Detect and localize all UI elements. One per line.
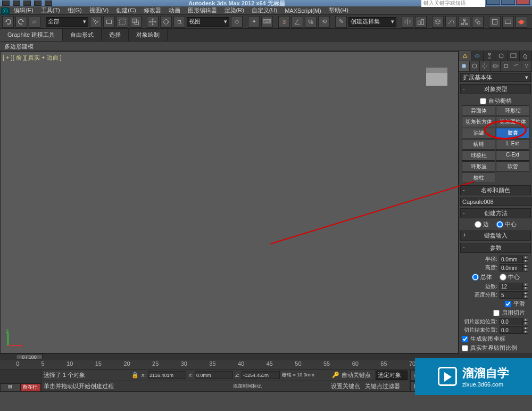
autogrid-checkbox[interactable] [480, 98, 486, 104]
hseg-spinner[interactable] [500, 291, 523, 299]
keyfilter-button[interactable]: 关键点过滤器 [365, 382, 408, 390]
menu-edit[interactable]: 编辑(E) [11, 6, 37, 14]
rollout-creation-method[interactable]: -创建方法 [460, 208, 531, 218]
radio-center[interactable]: 中心 [496, 220, 517, 228]
setkey-button[interactable]: 设置关键点 [331, 382, 363, 390]
angle-snap-button[interactable] [292, 16, 303, 28]
spinner-snap-button[interactable]: ⟲ [318, 16, 330, 28]
select-region-button[interactable] [117, 16, 128, 28]
render-setup-button[interactable] [489, 16, 501, 28]
render-button[interactable]: 🫖 [516, 16, 527, 28]
tab-utilities[interactable] [520, 51, 532, 61]
app-logo-icon[interactable]: ⓒ [1, 7, 10, 15]
cat-geometry[interactable] [459, 61, 470, 71]
radio-edge[interactable]: 边 [475, 220, 489, 228]
keymode-button[interactable]: ⌨ [261, 16, 273, 28]
qat-btn[interactable] [34, 1, 41, 6]
menu-rendering[interactable]: 渲染(R) [221, 6, 247, 14]
render-frame-button[interactable] [502, 16, 514, 28]
radio-overall[interactable]: 总体 [472, 273, 492, 281]
cat-systems[interactable] [521, 61, 532, 71]
mirror-button[interactable] [402, 16, 413, 28]
cat-helpers[interactable] [501, 61, 511, 71]
genmap-checkbox[interactable] [462, 336, 468, 342]
cat-shapes[interactable] [470, 61, 480, 71]
qat-btn[interactable] [2, 1, 10, 6]
redo-button[interactable] [15, 16, 27, 28]
select-button[interactable] [90, 16, 102, 28]
trackbar-toggle[interactable]: ⊞ [0, 383, 21, 392]
menu-create[interactable]: 创建(C) [113, 6, 139, 14]
time-slider-knob[interactable]: 0 / 100 [16, 354, 43, 359]
realworld-checkbox[interactable] [462, 345, 468, 351]
tab-modify[interactable] [471, 51, 484, 61]
selset-status[interactable]: 选定对象 [376, 371, 408, 380]
qat-btn[interactable] [23, 1, 31, 6]
menu-group[interactable]: 组(G) [64, 6, 85, 14]
ribbon-tab-selection[interactable]: 选择 [102, 29, 129, 41]
rollout-name-color[interactable]: -名称和颜色 [460, 185, 531, 195]
ribbon-tab-freeform[interactable]: 自由形式 [63, 29, 102, 41]
help-search[interactable]: 键入关键字或短语 [421, 0, 485, 7]
align-button[interactable] [415, 16, 427, 28]
obj-lext[interactable]: L-Ext [496, 139, 529, 150]
close-button[interactable] [516, 0, 530, 5]
window-crossing-button[interactable] [130, 16, 142, 28]
obj-ringwave[interactable]: 环形波 [462, 161, 495, 172]
obj-cext[interactable]: C-Ext [496, 150, 529, 161]
menu-maxscript[interactable]: MAXScript(M) [281, 7, 324, 14]
obj-gengon[interactable]: 球棱柱 [462, 150, 495, 161]
slicefrom-spinner[interactable] [500, 318, 523, 325]
refcoord-dropdown[interactable]: 视图▾ [187, 17, 229, 27]
obj-torusknot[interactable]: 环形结 [496, 105, 529, 116]
now-line-button[interactable]: 所在行: [21, 383, 41, 392]
autokey-button[interactable]: 自动关键点 [342, 371, 373, 379]
viewcube[interactable] [426, 68, 447, 86]
qat-btn[interactable] [45, 1, 52, 6]
cat-cameras[interactable] [491, 61, 501, 71]
snap-button[interactable]: 3 [278, 16, 290, 28]
cat-lights[interactable] [480, 61, 491, 71]
menu-grapheditors[interactable]: 图形编辑器 [185, 6, 220, 14]
smooth-checkbox[interactable] [505, 301, 511, 307]
maximize-button[interactable] [501, 0, 515, 5]
coord-z[interactable] [242, 371, 280, 379]
ribbon-tab-paint[interactable]: 对象绘制 [129, 29, 168, 41]
obj-prism[interactable]: 棱柱 [462, 172, 495, 183]
named-selection-dropdown[interactable]: 创建选择集▾ [348, 17, 396, 27]
link-button[interactable] [29, 16, 40, 28]
sides-spinner[interactable] [500, 283, 523, 290]
pivot-button[interactable]: ◇ [231, 16, 243, 28]
mini-trackbar[interactable] [0, 370, 41, 383]
selection-filter[interactable]: 全部▾ [46, 17, 88, 27]
menu-animation[interactable]: 动画 [165, 6, 184, 14]
rollout-parameters[interactable]: -参数 [460, 243, 531, 253]
rollout-object-type[interactable]: -对象类型 [460, 84, 531, 94]
tab-motion[interactable] [495, 51, 508, 61]
radio-centers[interactable]: 中心 [500, 273, 520, 281]
coord-x[interactable] [148, 371, 186, 379]
sliceon-checkbox[interactable] [493, 310, 500, 316]
scale-button[interactable] [173, 16, 185, 28]
menu-customize[interactable]: 自定义(U) [248, 6, 280, 14]
coord-y[interactable] [195, 371, 233, 379]
menu-view[interactable]: 视图(V) [86, 6, 112, 14]
viewport-label[interactable]: [ + ][ 前 ][ 真实 + 边面 ] [3, 54, 62, 62]
material-editor-button[interactable] [472, 16, 484, 28]
qat-btn[interactable] [13, 1, 20, 6]
obj-hose[interactable]: 软管 [496, 161, 529, 172]
tab-display[interactable] [508, 51, 520, 61]
select-name-button[interactable] [103, 16, 115, 28]
schematic-button[interactable] [459, 16, 470, 28]
ribbon-tab-graphite[interactable]: Graphite 建模工具 [0, 29, 63, 41]
move-button[interactable] [147, 16, 159, 28]
sliceto-spinner[interactable] [500, 326, 523, 334]
obj-hedra[interactable]: 异面体 [462, 105, 495, 116]
lock-icon[interactable]: 🔒 [131, 372, 139, 379]
curve-editor-button[interactable] [445, 16, 457, 28]
undo-button[interactable] [2, 16, 14, 28]
viewport-front[interactable]: [ + ][ 前 ][ 真实 + 边面 ] z x [0, 51, 459, 354]
percent-snap-button[interactable]: % [305, 16, 317, 28]
minimize-button[interactable] [486, 0, 500, 5]
tab-create[interactable] [459, 51, 471, 61]
